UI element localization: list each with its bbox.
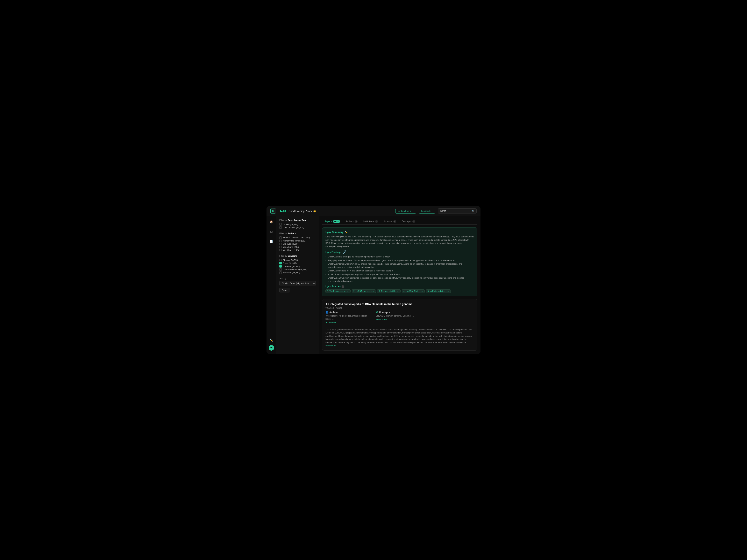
source-chip-5-arrow: →	[447, 290, 449, 292]
filter-open-access-item[interactable]: Open Access (22,200)	[279, 226, 316, 229]
search-input[interactable]	[440, 210, 470, 212]
filter-concept-medicine[interactable]: Medicine (26,281)	[279, 271, 316, 274]
tab-authors[interactable]: Authors 0	[343, 219, 360, 224]
filter-author-1-label: Soudeh Ghafouri-Fard (259)	[283, 236, 310, 239]
paper-meta: 9/5/2012 • Nature	[326, 306, 474, 309]
filter-author-4-checkbox[interactable]	[279, 246, 282, 248]
tab-journals[interactable]: Journals 0	[381, 219, 398, 224]
filter-author-5-label: Wei Zhang (198)	[283, 249, 299, 251]
filter-author-1-checkbox[interactable]	[279, 236, 282, 239]
filter-concept-biology[interactable]: Biology (58,556)	[279, 259, 316, 262]
authors-show-more-link[interactable]: Show More	[326, 321, 336, 324]
paper-abstract: The human genome encodes the blueprint o…	[326, 328, 474, 347]
filter-panel: Filter by Open Access Type Closed (39,77…	[276, 216, 319, 354]
source-chip-4[interactable]: 4. LncRNA: A link ... →	[402, 289, 424, 293]
main-layout: 🏠 🗂 📄 ✏️ AC Filter by Open Access Type C…	[266, 216, 481, 354]
filter-author-3-label: Wei Wang (209)	[283, 243, 298, 245]
lynx-sources-icon: ⬛	[342, 286, 344, 288]
source-chip-1[interactable]: 1. The Emergence o... →	[326, 289, 351, 293]
filter-closed-item[interactable]: Closed (39,770)	[279, 223, 316, 226]
sort-section: Sort by Citation Count (Highest first) C…	[279, 277, 316, 286]
paper-date: 9/5/2012	[326, 306, 334, 309]
filter-concept-cancer[interactable]: Cancer research (29,585)	[279, 268, 316, 271]
sort-select[interactable]: Citation Count (Highest first) Citation …	[279, 281, 316, 286]
paper-concepts-col-title: Concepts	[379, 311, 390, 314]
filter-author-4-label: Yan Zhang (203)	[283, 246, 299, 248]
source-chip-5[interactable]: 5. lncRNA-mediated... →	[426, 289, 451, 293]
filter-author-3[interactable]: Wei Wang (209)	[279, 242, 316, 245]
filter-concept-medicine-checkbox[interactable]	[279, 271, 282, 274]
finding-5: H19 lncRNA is an important regulator of …	[326, 273, 474, 276]
search-icon: 🔍	[471, 210, 474, 212]
filter-concept-cancer-checkbox[interactable]	[279, 268, 282, 271]
filter-author-5[interactable]: Wei Zhang (198)	[279, 248, 316, 251]
sidebar-item-folder[interactable]: 🗂	[268, 229, 274, 235]
source-chip-3-arrow: →	[397, 290, 399, 292]
read-more-link[interactable]: Read More	[326, 344, 336, 347]
search-bar: 🔍	[438, 209, 476, 213]
filter-open-access-label: Open Access (22,200)	[283, 226, 304, 229]
tab-institutions[interactable]: Institutions 0	[361, 219, 380, 224]
sort-label: Sort by	[279, 277, 316, 279]
lynx-findings-icon: 🔗	[342, 250, 346, 254]
filter-concept-genetics[interactable]: Genetics (46,898)	[279, 265, 316, 268]
tab-authors-badge: 0	[355, 220, 358, 223]
concepts-show-more-link[interactable]: Show More	[376, 318, 387, 321]
filter-author-4[interactable]: Yan Zhang (203)	[279, 245, 316, 248]
filter-concept-gene-label: Gene (51,357)	[283, 262, 297, 264]
filter-concept-medicine-label: Medicine (26,281)	[283, 271, 300, 274]
paper-authors-col: 👤 Authors Investigators, Nhgri groups, D…	[326, 311, 374, 324]
tabs-bar: Papers 54,233 Authors 0 Institutions 0 J…	[322, 219, 478, 224]
source-chip-5-label: 5. lncRNA-mediated...	[428, 290, 447, 292]
tab-institutions-label: Institutions	[363, 220, 374, 223]
feedback-button[interactable]: Feedback ✦	[419, 209, 435, 213]
filter-concept-gene-checkbox[interactable]	[279, 262, 282, 264]
filter-closed-label: Closed (39,770)	[283, 223, 298, 225]
filter-concept-genetics-checkbox[interactable]	[279, 265, 282, 268]
filter-authors-title: Filter by Authors	[279, 232, 316, 235]
sidebar-nav: 🏠 🗂 📄 ✏️ AC	[266, 216, 276, 354]
filter-open-access-checkbox[interactable]	[279, 226, 282, 229]
filter-concept-biology-checkbox[interactable]	[279, 259, 282, 261]
filter-author-3-checkbox[interactable]	[279, 243, 282, 245]
tab-concepts-label: Concepts	[402, 220, 412, 223]
tab-papers[interactable]: Papers 54,233	[322, 219, 342, 224]
logo-area: S	[271, 208, 276, 214]
filter-author-1[interactable]: Soudeh Ghafouri-Fard (259)	[279, 236, 316, 239]
paper-concepts-col-content: ENCODE, Human genome, Genome, ...	[376, 314, 424, 317]
filter-author-5-checkbox[interactable]	[279, 249, 282, 251]
avatar[interactable]: AC	[269, 345, 274, 351]
finding-4: LncRNAs modulate let-7 availability by a…	[326, 269, 474, 272]
filter-concepts-title: Filter by Concepts	[279, 255, 316, 257]
tab-papers-badge: 54,233	[333, 220, 340, 223]
paper-authors-col-content: Investigators, Nhgri groups, Data produc…	[326, 314, 374, 320]
filter-author-2-checkbox[interactable]	[279, 240, 282, 242]
paper-divider	[326, 326, 474, 326]
invite-friend-button[interactable]: Invite a Friend ✦	[395, 209, 416, 213]
reset-button[interactable]: Reset	[279, 288, 290, 292]
paper-abstract-text: The human genome encodes the blueprint o…	[326, 328, 472, 344]
lynx-summary-edit-icon[interactable]: ✏️	[345, 231, 347, 234]
sources-list: 1. The Emergence o... → 2. lncRNAs trans…	[326, 289, 474, 293]
tab-concepts[interactable]: Concepts 0	[400, 219, 418, 224]
lynx-summary-text: Long noncoding RNAs (lncRNAs) are noncod…	[326, 235, 474, 248]
source-chip-4-arrow: →	[421, 290, 423, 292]
concepts-tag-icon: 🏷	[376, 311, 378, 314]
sidebar-item-home[interactable]: 🏠	[268, 219, 274, 225]
paper-dot: •	[334, 306, 336, 309]
sidebar-item-document[interactable]: 📄	[268, 238, 274, 244]
filter-authors-section: Filter by Authors Soudeh Ghafouri-Fard (…	[279, 232, 316, 251]
lynx-findings-list: LncRNAs have emerged as critical compone…	[326, 255, 474, 283]
source-chip-3[interactable]: 3. The Imprinted H... →	[377, 289, 401, 293]
filter-author-2[interactable]: Mohammad Taheri (252)	[279, 239, 316, 242]
filter-open-access-title: Filter by Open Access Type	[279, 219, 316, 221]
lynx-summary-card: Lynx Summary ✏️ Long noncoding RNAs (lnc…	[322, 227, 478, 296]
filter-concept-biology-label: Biology (58,556)	[283, 259, 299, 261]
source-chip-2[interactable]: 2. lncRNAs transac... →	[352, 289, 376, 293]
source-chip-1-label: 1. The Emergence o...	[327, 290, 346, 292]
filter-concept-gene[interactable]: Gene (51,357)	[279, 262, 316, 265]
greeting-text: Good Evening, Arnav 👋	[288, 210, 393, 213]
edit-icon-button[interactable]: ✏️	[269, 337, 274, 343]
filter-closed-checkbox[interactable]	[279, 223, 282, 225]
paper-columns: 👤 Authors Investigators, Nhgri groups, D…	[326, 311, 474, 324]
